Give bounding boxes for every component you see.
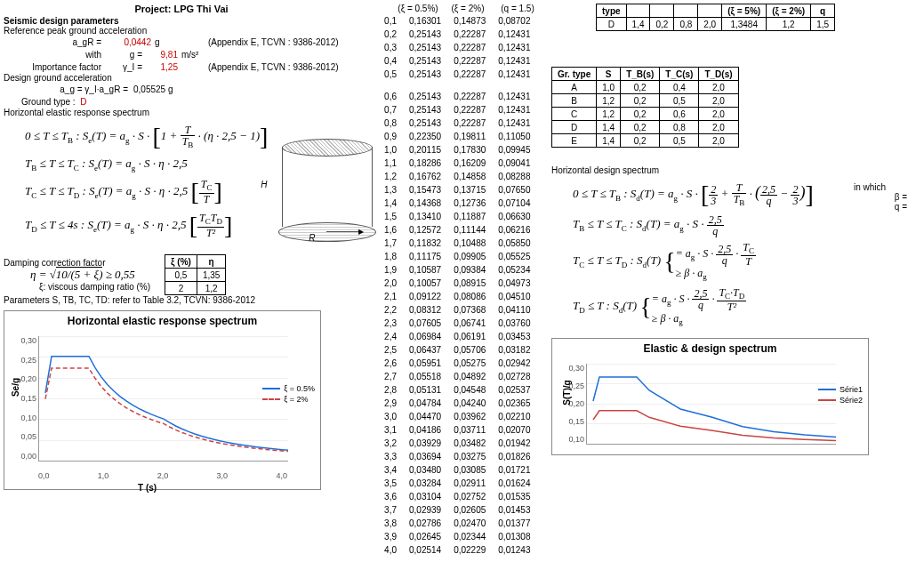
section-seismic: Seismic design parameters [4,16,359,26]
pga-ref: (Appendix E, TCVN : 9386-2012) [208,37,339,47]
in-which: in which β = q = [854,175,907,212]
formula-2: TB ≤ T ≤ TC : Se(T) = ag · S · η · 2,5 [25,157,268,173]
dformula-1: 0 ≤ T ≤ TB : Sd(T) = ag · S · [23 + TTB … [573,181,854,209]
imp-val: 1,25 [142,62,181,72]
chart-design-spectrum: Elastic & design spectrum 0,30 0,25 0,20… [551,338,869,455]
formula-1: 0 ≤ T ≤ TB : Se(T) = ag · S · [1 + TTB ·… [25,123,268,151]
damping-table: ξ (%)η 0,51,35 21,2 [165,254,226,295]
dformula-3: TC ≤ T ≤ TD : Sd(T) {= ag · S · 2,5q · T… [573,242,854,282]
project-title: Project: LPG Thi Vai [4,4,359,14]
spectrum-table: 0,10,163010,148730,087020,20,251430,2228… [366,13,537,558]
imp-label: Importance factor [4,62,107,72]
imp-sym: γ_I = [107,62,142,72]
tank-diagram: H ▶ R [273,117,359,251]
g-sym: g = [107,50,142,60]
spec-headers: (ξ = 0.5%) (ξ = 2%) (q = 1.5) [366,4,544,13]
imp-ref: (Appendix E, TCVN : 9386-2012) [208,62,339,72]
chart-elastic-spectrum: Horizontal elastic response spectrum 0,3… [4,310,321,490]
params-note: Parameters S, TB, TC, TD: refer to Table… [4,295,359,305]
ground-type-table: Gr. typeS T_B(s)T_C(s)T_D(s) A1,00,20,42… [551,67,739,148]
pga-sym: a_gR = [4,37,107,47]
with-label: with [4,50,107,60]
dga-sym: a_g = γ_I·a_gR = [4,84,133,94]
damp-formula: η = √10/(5 + ξ) ≥ 0,55 [30,268,150,282]
hers-label: Horizontal elastic response spectrum [4,108,359,117]
pga-unit: g [155,37,181,47]
gtype-label: Ground type : [21,97,76,107]
dga-unit: g [168,84,173,94]
dformula-2: TB ≤ T ≤ TC : Sd(T) = ag · S · 2,5q [573,214,854,237]
pga-val: 0,0442 [107,37,155,47]
g-unit: m/s² [181,50,208,60]
pga-label: Reference peak ground acceleration [4,26,359,36]
dga-label: Design ground acceleration [4,73,359,83]
dformula-4: TD ≤ T : Sd(T) {= ag · S · 2,5q · TC·TDT… [573,287,854,327]
formula-4: TD ≤ T ≤ 4s : Se(T) = ag · S · η · 2,5 [… [25,212,268,240]
gtype-val: D [80,97,86,107]
dga-val: 0,05525 [133,84,165,94]
top-params-table: type (ξ = 5%) (ξ = 2%) q D1,4 0,20,8 2,0… [596,4,835,31]
damp-note: ξ: viscous damping ratio (%) [39,282,150,292]
hds-label: Horizontal design spectrum [551,165,907,175]
g-val: 9,81 [142,50,181,60]
formula-3: TC ≤ T ≤ TD : Se(T) = ag · S · η · 2,5 [… [25,178,268,206]
